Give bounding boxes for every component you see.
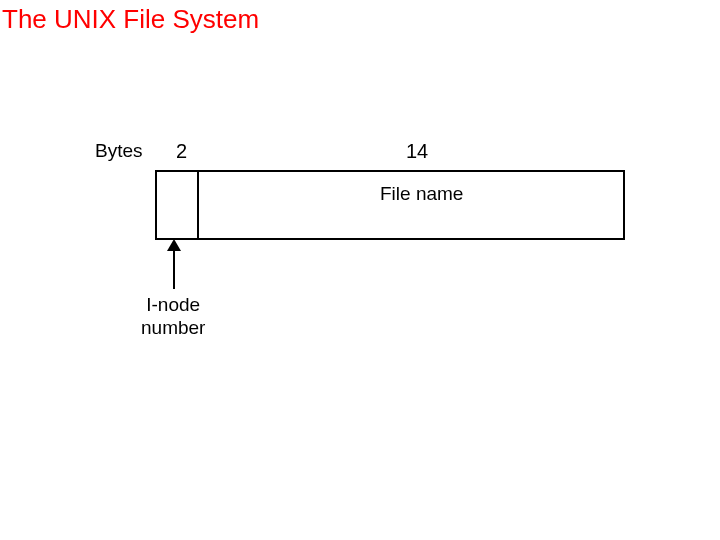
- bytes-row-label: Bytes: [95, 140, 143, 162]
- filename-field-label: File name: [380, 183, 463, 205]
- directory-entry-box: [155, 170, 625, 240]
- field-divider: [197, 172, 199, 238]
- inode-field-label: I-node number: [141, 294, 205, 340]
- page-title: The UNIX File System: [2, 4, 259, 35]
- inode-bytes-count: 2: [176, 140, 187, 163]
- inode-label-line1: I-node: [146, 294, 200, 315]
- filename-bytes-count: 14: [406, 140, 428, 163]
- arrow-shaft: [173, 244, 175, 289]
- inode-label-line2: number: [141, 317, 205, 338]
